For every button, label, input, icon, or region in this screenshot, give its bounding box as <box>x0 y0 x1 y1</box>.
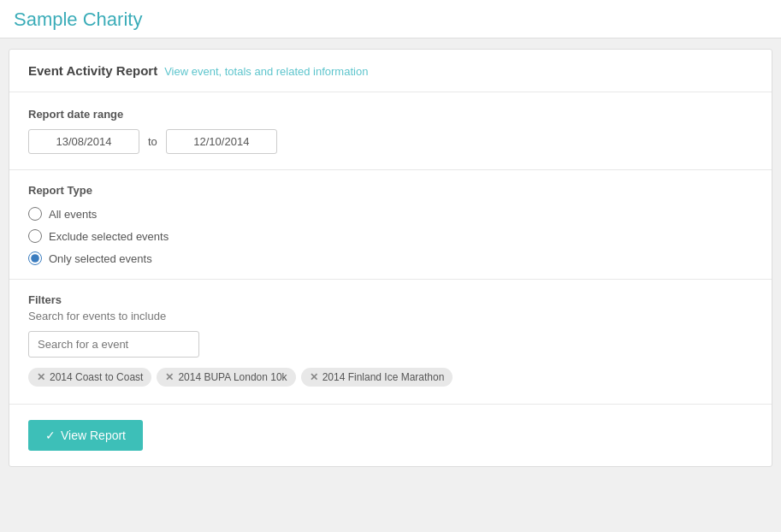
checkmark-icon: ✓ <box>45 429 56 442</box>
tag-remove-finland-marathon[interactable]: ✕ <box>310 372 318 382</box>
tag-bupa-london: ✕ 2014 BUPA London 10k <box>157 368 295 387</box>
tag-remove-bupa-london[interactable]: ✕ <box>165 372 174 382</box>
report-header: Event Activity Report View event, totals… <box>9 50 772 92</box>
radio-only-events[interactable]: Only selected events <box>28 251 753 265</box>
tags-row: ✕ 2014 Coast to Coast ✕ 2014 BUPA London… <box>28 368 753 387</box>
tag-bupa-london-label: 2014 BUPA London 10k <box>178 371 287 383</box>
report-type-title: Report Type <box>28 184 753 197</box>
radio-exclude-events-label: Exclude selected events <box>49 230 169 243</box>
date-to-input[interactable] <box>166 129 277 154</box>
filters-section: Filters Search for events to include ✕ 2… <box>9 280 772 405</box>
report-type-radio-group: All events Exclude selected events Only … <box>28 207 753 265</box>
date-range-label: Report date range <box>28 108 753 121</box>
tag-coast-to-coast: ✕ 2014 Coast to Coast <box>28 368 151 387</box>
search-input[interactable] <box>28 331 199 358</box>
view-report-button[interactable]: ✓ View Report <box>28 420 143 451</box>
page-title: Sample Charity <box>14 9 767 31</box>
radio-all-events-label: All events <box>49 208 97 221</box>
radio-only-events-label: Only selected events <box>49 252 152 265</box>
filters-title: Filters <box>28 293 753 306</box>
date-range-section: Report date range to <box>9 92 772 170</box>
tag-coast-to-coast-label: 2014 Coast to Coast <box>50 371 143 383</box>
radio-only-events-input[interactable] <box>28 251 42 265</box>
report-subtitle: View event, totals and related informati… <box>164 65 368 78</box>
tag-remove-coast-to-coast[interactable]: ✕ <box>37 372 45 382</box>
report-title: Event Activity Report <box>28 63 157 78</box>
radio-all-events-input[interactable] <box>28 207 42 221</box>
filters-subtitle: Search for events to include <box>28 310 753 322</box>
tag-finland-marathon-label: 2014 Finland Ice Marathon <box>322 371 445 383</box>
radio-exclude-events-input[interactable] <box>28 229 42 243</box>
date-from-input[interactable] <box>28 129 139 154</box>
report-type-section: Report Type All events Exclude selected … <box>9 170 772 280</box>
action-section: ✓ View Report <box>9 405 772 466</box>
radio-all-events[interactable]: All events <box>28 207 753 221</box>
page-header: Sample Charity <box>0 0 781 38</box>
tag-finland-marathon: ✕ 2014 Finland Ice Marathon <box>301 368 453 387</box>
date-range-row: to <box>28 129 753 154</box>
main-content: Event Activity Report View event, totals… <box>9 49 772 467</box>
date-separator: to <box>139 135 166 148</box>
view-report-label: View Report <box>61 429 126 442</box>
radio-exclude-events[interactable]: Exclude selected events <box>28 229 753 243</box>
